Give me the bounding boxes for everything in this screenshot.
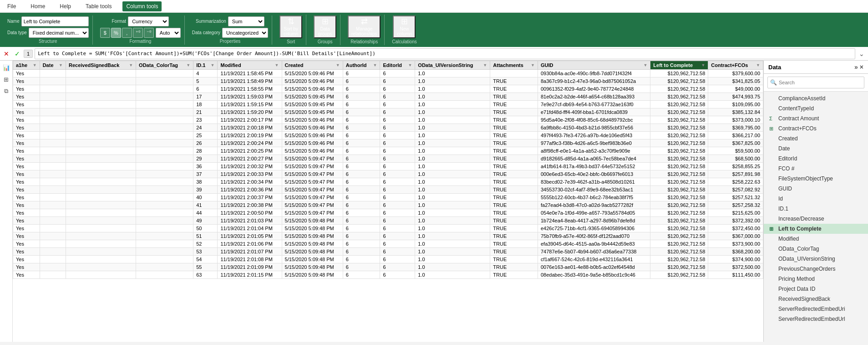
field-item[interactable]: ServerRedirectedEmbedUrl (764, 314, 868, 324)
table-row[interactable]: Yes3911/19/2021 2:00:36 PM5/15/2020 5:09… (13, 186, 763, 194)
data-grid[interactable]: a1he▼Date▼ReceivedSignedBack▼OData_Color… (13, 61, 763, 342)
menu-help[interactable]: Help (56, 1, 75, 11)
chart-icon[interactable]: 📊 (1, 62, 11, 72)
sort-by-column-btn[interactable]: ⇅ Sort bycolumn (279, 15, 302, 38)
formula-cancel[interactable]: ✕ (2, 50, 11, 57)
field-item[interactable]: OData_UIVersionString (764, 254, 868, 264)
field-item[interactable]: PreviousChangeOrders (764, 264, 868, 274)
table-row[interactable]: Yes2911/19/2021 2:00:27 PM5/15/2020 5:09… (13, 155, 763, 163)
table-row[interactable]: Yes2811/19/2021 2:00:25 PM5/15/2020 5:09… (13, 147, 763, 155)
datatype-select[interactable]: Fixed decimal num... (29, 28, 89, 38)
col-filter-editorid[interactable]: ▼ (408, 63, 412, 67)
field-item[interactable]: EditorId (764, 154, 868, 164)
table-row[interactable]: Yes5011/19/2021 2:01:04 PM5/15/2020 5:09… (13, 225, 763, 232)
col-header-receivedsignedback[interactable]: ReceivedSignedBack▼ (66, 61, 136, 70)
new-column-btn[interactable]: ⊞ Newcolumn (393, 15, 416, 38)
col-header-a1he[interactable]: a1he▼ (13, 61, 40, 70)
col-filter-a1he[interactable]: ▼ (33, 63, 37, 67)
col-filter-odata_uiversionstring[interactable]: ▼ (483, 63, 487, 67)
table-row[interactable]: Yes6311/19/2021 2:01:15 PM5/15/2020 5:09… (13, 271, 763, 279)
table-row[interactable]: Yes2511/19/2021 2:00:19 PM5/15/2020 5:09… (13, 132, 763, 139)
col-filter-contractfcos[interactable]: ▼ (756, 63, 760, 67)
col-header-editorid[interactable]: EditorId▼ (380, 61, 415, 70)
field-item[interactable]: GUID (764, 184, 868, 194)
table-row[interactable]: Yes511/19/2021 1:58:49 PM5/15/2020 5:09:… (13, 77, 763, 85)
manage-relationships-btn[interactable]: ⇄ Managerelationships (348, 15, 381, 38)
col-header-attachments[interactable]: Attachments▼ (490, 61, 538, 70)
field-item[interactable]: Date (764, 144, 868, 154)
menu-column-tools[interactable]: Column tools (122, 1, 162, 11)
panel-close-icon[interactable]: × (860, 63, 863, 71)
data-groups-btn[interactable]: ⊞ Datagroups (314, 15, 336, 38)
decimal-inc-btn[interactable]: ⁺⁰ (133, 28, 143, 38)
field-item[interactable]: Increase/Decrease (764, 214, 868, 224)
table-row[interactable]: Yes2411/19/2021 2:00:18 PM5/15/2020 5:09… (13, 124, 763, 132)
field-item[interactable]: Project Data ID (764, 284, 868, 294)
table-row[interactable]: Yes611/19/2021 1:58:55 PM5/15/2020 5:09:… (13, 85, 763, 93)
decimal-dec-btn[interactable]: ⁻⁰ (144, 28, 154, 38)
field-item[interactable]: Pricing Method (764, 274, 868, 284)
table-row[interactable]: Yes4111/19/2021 2:00:38 PM5/15/2020 5:09… (13, 201, 763, 209)
field-item[interactable]: Id (764, 194, 868, 204)
col-filter-guid[interactable]: ▼ (643, 63, 647, 67)
table-row[interactable]: Yes411/19/2021 1:58:45 PM5/15/2020 5:09:… (13, 70, 763, 77)
model-icon[interactable]: ⧉ (1, 86, 11, 96)
table-row[interactable]: Yes4011/19/2021 2:00:37 PM5/15/2020 5:09… (13, 194, 763, 201)
field-item[interactable]: ComplianceAssetId (764, 93, 868, 103)
col-header-modified[interactable]: Modified▼ (218, 61, 282, 70)
table-row[interactable]: Yes2611/19/2021 2:00:24 PM5/15/2020 5:09… (13, 139, 763, 147)
field-item[interactable]: ReceivedSignedBack (764, 294, 868, 304)
field-item[interactable]: OData_ColorTag (764, 244, 868, 254)
table-row[interactable]: Yes3611/19/2021 2:00:32 PM5/15/2020 5:09… (13, 163, 763, 170)
table-row[interactable]: Yes5511/19/2021 2:01:09 PM5/15/2020 5:09… (13, 263, 763, 271)
field-item[interactable]: ServerRedirectedEmbedUri (764, 304, 868, 314)
table-row[interactable]: Yes3711/19/2021 2:00:33 PM5/15/2020 5:09… (13, 170, 763, 178)
table-row[interactable]: Yes2111/19/2021 1:59:20 PM5/15/2020 5:09… (13, 108, 763, 116)
col-header-odata_colortag[interactable]: OData_ColorTag▼ (136, 61, 193, 70)
col-header-odata_uiversionstring[interactable]: OData_UIVersionString▼ (415, 61, 490, 70)
field-item[interactable]: FileSystemObjectType (764, 174, 868, 184)
datacategory-select[interactable]: Uncategorized (222, 28, 268, 38)
table-row[interactable]: Yes5211/19/2021 2:01:06 PM5/15/2020 5:09… (13, 240, 763, 248)
comma-btn[interactable]: , (122, 28, 132, 38)
col-header-contractfcos[interactable]: Contract+FCOs▼ (708, 61, 763, 70)
table-row[interactable]: Yes5311/19/2021 2:01:07 PM5/15/2020 5:09… (13, 248, 763, 256)
table-row[interactable]: Yes1711/19/2021 1:59:03 PM5/15/2020 5:09… (13, 93, 763, 101)
col-filter-id1[interactable]: ▼ (211, 63, 215, 67)
col-header-date[interactable]: Date▼ (40, 61, 66, 70)
decimal-select[interactable]: Auto (156, 28, 181, 38)
currency-btn[interactable]: $ (100, 28, 110, 38)
col-header-lefttocomplete[interactable]: Left to Complete▼ (650, 61, 708, 70)
col-header-guid[interactable]: GUID▼ (538, 61, 650, 70)
field-item[interactable]: ⊞Contract+FCOs (764, 124, 868, 134)
menu-home[interactable]: Home (27, 1, 49, 11)
col-filter-attachments[interactable]: ▼ (531, 63, 535, 67)
col-header-authorid[interactable]: AuthorId▼ (343, 61, 380, 70)
formula-confirm[interactable]: ✓ (13, 50, 22, 57)
table-row[interactable]: Yes1811/19/2021 1:59:15 PM5/15/2020 5:09… (13, 101, 763, 108)
table-row[interactable]: Yes4411/19/2021 2:00:50 PM5/15/2020 5:09… (13, 209, 763, 217)
col-filter-modified[interactable]: ▼ (275, 63, 279, 67)
field-item[interactable]: ⊞Left to Complete (764, 224, 868, 234)
col-filter-odata_colortag[interactable]: ▼ (186, 63, 190, 67)
panel-expand-icon[interactable]: » (854, 63, 858, 71)
field-item[interactable]: ID.1 (764, 204, 868, 214)
name-input[interactable] (21, 16, 89, 26)
table-row[interactable]: Yes4911/19/2021 2:01:03 PM5/15/2020 5:09… (13, 217, 763, 225)
table-row[interactable]: Yes2311/19/2021 2:00:17 PM5/15/2020 5:09… (13, 116, 763, 124)
table-row[interactable]: Yes3811/19/2021 2:00:34 PM5/15/2020 5:09… (13, 178, 763, 186)
field-item[interactable]: Created (764, 134, 868, 144)
col-header-created[interactable]: Created▼ (282, 61, 343, 70)
field-item[interactable]: ContentTypeId (764, 103, 868, 113)
col-filter-created[interactable]: ▼ (336, 63, 340, 67)
menu-file[interactable]: File (4, 1, 20, 11)
field-item[interactable]: FCO # (764, 164, 868, 174)
menu-table-tools[interactable]: Table tools (82, 1, 115, 11)
search-input[interactable] (767, 77, 864, 88)
formula-input[interactable] (35, 48, 855, 59)
summarization-select[interactable]: Sum (228, 16, 264, 26)
col-filter-authorid[interactable]: ▼ (373, 63, 377, 67)
format-select[interactable]: Currency (128, 16, 169, 26)
formula-collapse-btn[interactable]: ⌄ (857, 50, 866, 57)
col-filter-date[interactable]: ▼ (59, 63, 63, 67)
